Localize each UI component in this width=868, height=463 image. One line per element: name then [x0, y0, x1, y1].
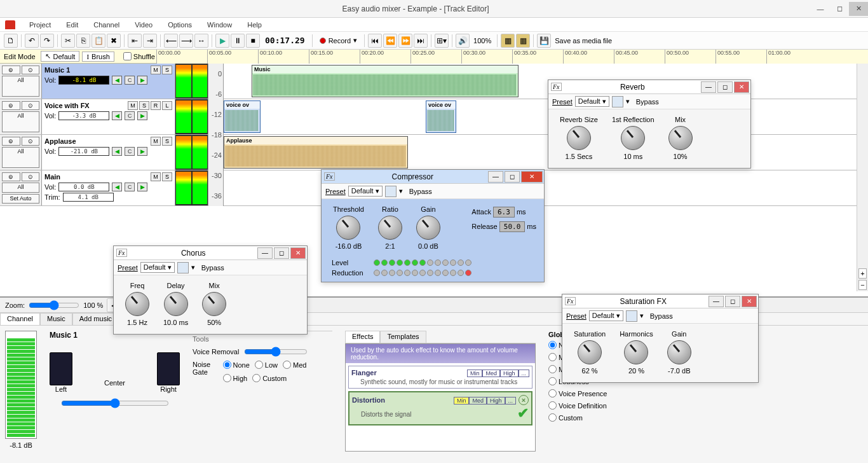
track-r-button[interactable]: R: [151, 101, 161, 110]
panel-min-button[interactable]: —: [257, 247, 273, 259]
cut-button[interactable]: ✂: [61, 34, 75, 48]
effect-chip[interactable]: ...: [505, 397, 517, 404]
new-button[interactable]: 🗋: [4, 34, 18, 48]
bypass-button[interactable]: Bypass: [650, 312, 673, 320]
bottom-tab[interactable]: Music: [40, 313, 72, 325]
paste-button[interactable]: 📋: [92, 34, 105, 48]
menu-window[interactable]: Window: [200, 20, 240, 30]
global-custom[interactable]: Custom: [548, 413, 644, 422]
reverb-panel[interactable]: FxReverb—◻✕ PresetDefault ▾▾Bypass Rever…: [548, 79, 751, 169]
panel-max-button[interactable]: ◻: [725, 296, 740, 307]
noisegate-low[interactable]: Low: [255, 361, 278, 369]
menu-edit[interactable]: Edit: [58, 20, 86, 30]
track-vol-meter[interactable]: 0.0 dB: [58, 183, 109, 191]
audio-clip[interactable]: Music: [252, 65, 519, 97]
effect-flanger[interactable]: FlangerMinMedHigh... Synthetic sound, mo…: [348, 366, 532, 389]
distortion-close-icon[interactable]: ×: [519, 395, 529, 405]
skip-end-button[interactable]: ⏭: [414, 34, 428, 48]
save-preset-icon[interactable]: [385, 186, 397, 197]
grid-button[interactable]: ⊞▾: [435, 34, 449, 48]
forward-button[interactable]: ⏩: [398, 34, 412, 48]
track-prev-button[interactable]: ◀: [112, 147, 122, 156]
track-vol-meter[interactable]: -21.0 dB: [58, 147, 109, 156]
track-lane[interactable]: voice ovvoice ov: [224, 99, 868, 134]
delete-button[interactable]: ✖: [107, 34, 121, 48]
effect-chip[interactable]: Med: [482, 370, 500, 377]
stop-button[interactable]: ■: [246, 34, 260, 48]
effect-chip[interactable]: Med: [469, 397, 487, 404]
window1-button[interactable]: ▦: [501, 34, 515, 48]
all-button[interactable]: All: [2, 183, 39, 193]
bypass-button[interactable]: Bypass: [201, 264, 224, 272]
effect-chip[interactable]: Min: [467, 370, 483, 377]
track-lane[interactable]: Applause: [224, 135, 868, 170]
track-next-button[interactable]: ▶: [137, 111, 147, 120]
window-close-button[interactable]: ✕: [849, 2, 868, 16]
all-button[interactable]: All: [2, 76, 39, 97]
vzoom-out-button[interactable]: −: [858, 280, 867, 290]
panel-max-button[interactable]: ◻: [717, 81, 733, 93]
knob-1st-reflection[interactable]: [621, 126, 645, 150]
redo-button[interactable]: ↷: [40, 34, 54, 48]
save-media-label[interactable]: Save as media file: [552, 37, 614, 45]
panel-min-button[interactable]: —: [701, 81, 716, 93]
knob-threshold[interactable]: [336, 216, 360, 240]
track-m-button[interactable]: M: [151, 172, 161, 181]
setauto-button[interactable]: Set Auto: [2, 194, 39, 204]
save-preset-icon[interactable]: [626, 310, 637, 322]
panel-close-button[interactable]: ✕: [521, 171, 543, 183]
all-button[interactable]: All: [2, 147, 39, 168]
track-rec-button[interactable]: ⊚: [2, 137, 20, 146]
track-rec-button[interactable]: ⊚: [2, 66, 20, 74]
copy-button[interactable]: ⎘: [76, 34, 90, 48]
track-m-button[interactable]: M: [128, 101, 138, 110]
speaker-icon[interactable]: 🔊: [456, 34, 470, 48]
panel-max-button[interactable]: ◻: [274, 247, 289, 259]
audio-clip[interactable]: Applause: [224, 136, 408, 169]
panel-close-button[interactable]: ✕: [742, 296, 757, 307]
compressor-panel[interactable]: FxCompressor—◻✕ PresetDefault ▾▾Bypass T…: [321, 169, 545, 282]
menu-help[interactable]: Help: [240, 20, 269, 30]
panel-min-button[interactable]: —: [709, 296, 724, 307]
noisegate-custom[interactable]: Custom: [252, 374, 287, 382]
effect-chip[interactable]: High: [487, 397, 505, 404]
knob-freq[interactable]: [125, 292, 149, 316]
track-vol-meter[interactable]: -8.1 dB: [58, 76, 109, 85]
global-voice-definition[interactable]: Voice Definition: [548, 401, 644, 410]
panel-max-button[interactable]: ◻: [505, 171, 520, 183]
save-media-icon[interactable]: 💾: [537, 34, 551, 48]
effect-chip[interactable]: Min: [454, 397, 470, 404]
knob-mix[interactable]: [202, 292, 226, 316]
marker1-button[interactable]: ⟵: [164, 34, 178, 48]
effect-chip[interactable]: High: [500, 370, 519, 377]
skip-start-button[interactable]: ⏮: [368, 34, 382, 48]
track-l-button[interactable]: L: [162, 101, 172, 110]
noisegate-high[interactable]: High: [223, 374, 248, 382]
track-mon-button[interactable]: ⊙: [22, 172, 40, 181]
chorus-panel[interactable]: FxChorus—◻✕ PresetDefault ▾▾Bypass Freq1…: [113, 245, 308, 335]
track-lane[interactable]: Music: [224, 64, 868, 99]
bottom-tab[interactable]: Channel: [0, 313, 40, 325]
edit-default-button[interactable]: ↖Default: [41, 51, 80, 62]
knob-harmonics[interactable]: [624, 340, 648, 364]
menu-project[interactable]: Project: [22, 20, 58, 30]
save-preset-icon[interactable]: [612, 96, 623, 107]
window2-button[interactable]: ▦: [516, 34, 530, 48]
track-mon-button[interactable]: ⊙: [22, 66, 40, 74]
track-mon-button[interactable]: ⊙: [22, 137, 40, 146]
bypass-button[interactable]: Bypass: [409, 188, 432, 195]
menu-channel[interactable]: Channel: [86, 20, 127, 30]
knob-mix[interactable]: [668, 126, 693, 150]
release-input[interactable]: 50.0: [499, 221, 526, 232]
panel-min-button[interactable]: —: [488, 171, 503, 183]
timeline-ruler[interactable]: 00:00.0000:05.0000:10.0000:15.0000:20.00…: [156, 50, 868, 64]
knob-gain[interactable]: [667, 340, 691, 364]
knob-reverb-size[interactable]: [567, 126, 591, 150]
track-rec-button[interactable]: ⊚: [2, 172, 20, 181]
panel-close-button[interactable]: ✕: [290, 247, 306, 259]
track-prev-button[interactable]: ◀: [112, 76, 122, 85]
track-vol-meter[interactable]: -3.3 dB: [58, 111, 109, 120]
menu-video[interactable]: Video: [127, 20, 160, 30]
track-prev-button[interactable]: ◀: [112, 183, 122, 191]
knob-delay[interactable]: [164, 292, 188, 316]
